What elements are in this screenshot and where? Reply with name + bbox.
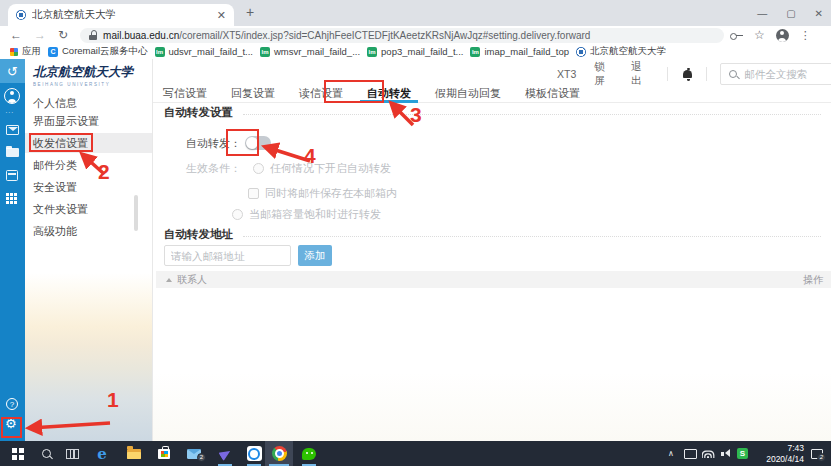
- radio-when-full[interactable]: [232, 209, 243, 220]
- section-forward-settings: 自动转发设置: [164, 105, 821, 120]
- tab-template[interactable]: 模板信设置: [520, 84, 585, 102]
- profile-avatar-icon[interactable]: [776, 29, 789, 42]
- lock-icon: [89, 30, 97, 40]
- browser-menu-icon[interactable]: ⋮: [800, 29, 811, 42]
- notification-badge: 2: [817, 453, 826, 462]
- sidebar-item-advanced[interactable]: 高级功能: [25, 221, 152, 241]
- bookmark-apps[interactable]: 应用: [10, 45, 41, 58]
- webmail-page: ↺ ⋯ ? ⚙ 北京航空航天大学 BEIHANG UNIVERSITY 个人信息…: [0, 59, 831, 441]
- radio-any-condition[interactable]: [253, 163, 264, 174]
- edge-app[interactable]: e: [88, 441, 116, 466]
- bookmark-star-icon[interactable]: ☆: [754, 28, 765, 42]
- store-app[interactable]: [150, 441, 178, 466]
- mail-envelope-icon: 2: [187, 449, 201, 459]
- apps-icon[interactable]: [6, 193, 17, 204]
- task-view-button[interactable]: [58, 441, 86, 466]
- edge-icon: e: [97, 445, 107, 463]
- wechat-icon: [302, 448, 316, 460]
- bookmark-wmsvr[interactable]: wmsvr_mail_faild_...: [260, 46, 360, 57]
- bookmark-buaa[interactable]: 北京航空航天大学: [576, 45, 666, 58]
- tab-read[interactable]: 读信设置: [294, 84, 348, 102]
- sort-caret-icon[interactable]: [166, 278, 172, 282]
- forward-address-input[interactable]: [164, 245, 291, 266]
- help-icon[interactable]: ?: [6, 398, 18, 410]
- tab-compose[interactable]: 写信设置: [158, 84, 212, 102]
- close-button[interactable]: ✕: [815, 8, 823, 19]
- bookmark-udsvr[interactable]: udsvr_mail_faild_t...: [155, 46, 253, 57]
- settings-sidebar: 北京航空航天大学 BEIHANG UNIVERSITY 个人信息 界面显示设置 …: [25, 59, 152, 441]
- tab-vacation[interactable]: 假期自动回复: [430, 84, 506, 102]
- mail-icon[interactable]: [6, 125, 19, 135]
- sidebar-item-send-receive[interactable]: 收发信设置: [25, 133, 152, 153]
- webmail-logo: 北京航空航天大学 BEIHANG UNIVERSITY: [33, 64, 133, 87]
- condition-label: 生效条件：: [186, 161, 241, 176]
- xt3-link[interactable]: XT3: [557, 68, 576, 80]
- action-column-header: 操作: [803, 273, 823, 287]
- back-to-mail-icon[interactable]: ↺: [0, 59, 25, 83]
- keep-copy-row: 同时将邮件保存在本邮箱内: [248, 186, 397, 200]
- tray-expand-chevron[interactable]: ∧: [664, 441, 678, 466]
- coremail-icon: [48, 47, 58, 57]
- start-button[interactable]: [4, 441, 32, 466]
- bookmark-label: wmsvr_mail_faild_...: [274, 46, 360, 57]
- option-label: 当邮箱容量饱和时进行转发: [249, 207, 381, 222]
- sogou-s: S: [737, 448, 748, 459]
- sidebar-item-mail-sort[interactable]: 邮件分类: [25, 155, 152, 175]
- volume-tray-icon[interactable]: [718, 441, 732, 466]
- browser-app[interactable]: [240, 441, 268, 466]
- file-explorer-app[interactable]: [120, 441, 148, 466]
- password-key-icon[interactable]: [730, 30, 743, 40]
- taskbar-clock[interactable]: 7:43 2020/4/14: [752, 441, 804, 466]
- maximize-button[interactable]: ▢: [786, 8, 795, 19]
- display-tray-icon[interactable]: [682, 441, 698, 466]
- browser-tab[interactable]: 北京航空航天大学 ✕: [8, 4, 234, 26]
- address-table-header: 联系人 操作: [156, 271, 831, 288]
- task-view-icon: [66, 449, 79, 459]
- action-center-button[interactable]: 2: [808, 441, 826, 466]
- window-controls: — ▢ ✕: [757, 0, 823, 26]
- chrome-app[interactable]: [265, 441, 293, 466]
- sidebar-item-security[interactable]: 安全设置: [25, 177, 152, 197]
- bookmark-pop3[interactable]: pop3_mail_faild_t...: [367, 46, 463, 57]
- mail-app[interactable]: 2: [180, 441, 208, 466]
- tab-reply[interactable]: 回复设置: [226, 84, 280, 102]
- taskbar-search-button[interactable]: [32, 441, 60, 466]
- tab-auto-forward[interactable]: 自动转发: [362, 84, 416, 102]
- section-title: 自动转发设置: [164, 105, 233, 120]
- sogou-input-icon[interactable]: S: [735, 441, 750, 466]
- minimize-button[interactable]: —: [757, 8, 767, 19]
- folders-icon[interactable]: [6, 148, 19, 157]
- add-button[interactable]: 添加: [298, 245, 332, 266]
- sidebar-scrollbar[interactable]: [134, 195, 138, 231]
- bookmarks-bar: 应用 Coremail云服务中心 udsvr_mail_faild_t... w…: [0, 44, 831, 59]
- search-icon: [42, 449, 51, 458]
- bookmark-label: imap_mail_faild_top: [484, 46, 569, 57]
- divider: [667, 67, 668, 81]
- new-tab-button[interactable]: +: [246, 4, 254, 20]
- bookmark-coremail[interactable]: Coremail云服务中心: [48, 45, 148, 58]
- back-icon[interactable]: ←: [10, 28, 22, 42]
- sidebar-item-folders[interactable]: 文件夹设置: [25, 199, 152, 219]
- sidebar-item-profile[interactable]: 个人信息: [25, 93, 152, 113]
- keep-copy-checkbox[interactable]: [248, 188, 259, 199]
- contact-column-header: 联系人: [177, 273, 207, 287]
- bookmark-imap[interactable]: imap_mail_faild_top: [470, 46, 569, 57]
- reload-icon[interactable]: ↻: [58, 28, 68, 42]
- notification-bell-icon[interactable]: [683, 70, 692, 78]
- search-input[interactable]: [744, 68, 831, 80]
- clock-date: 2020/4/14: [766, 454, 804, 464]
- calendar-icon[interactable]: [6, 170, 18, 181]
- forward-icon[interactable]: →: [34, 28, 46, 42]
- user-avatar-icon[interactable]: [4, 88, 20, 104]
- messenger-app[interactable]: [211, 441, 239, 466]
- search-icon: [729, 70, 737, 78]
- auto-forward-toggle[interactable]: [245, 136, 271, 150]
- sidebar-item-display[interactable]: 界面显示设置: [25, 111, 152, 131]
- settings-gear-icon[interactable]: ⚙: [5, 416, 17, 431]
- wifi-tray-icon[interactable]: [700, 441, 716, 466]
- address-bar[interactable]: mail.buaa.edu.cn/coremail/XT5/index.jsp?…: [80, 28, 724, 43]
- tab-close-icon[interactable]: ✕: [217, 9, 226, 22]
- windows-logo-icon: [12, 448, 24, 460]
- wechat-app[interactable]: [295, 441, 323, 466]
- mail-search-box[interactable]: [720, 63, 831, 85]
